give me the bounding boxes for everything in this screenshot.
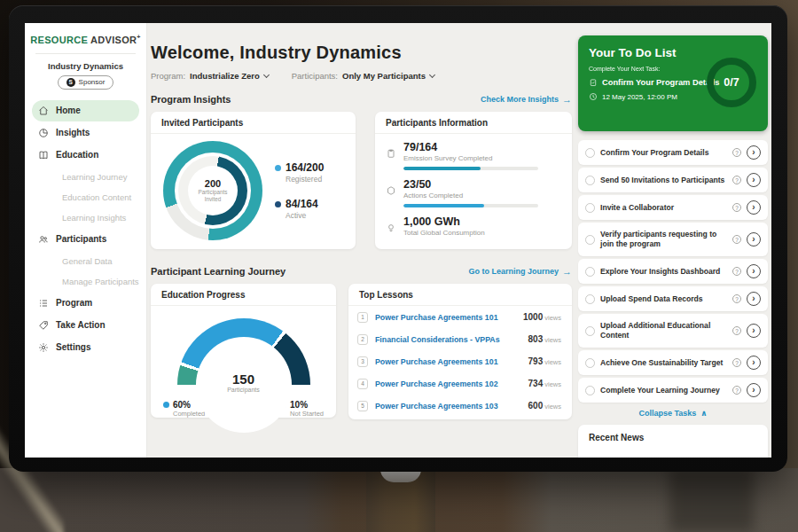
lesson-row[interactable]: 4 Power Purchase Agreements 102 734views xyxy=(348,372,572,395)
task-checkbox[interactable] xyxy=(585,267,595,277)
top-lessons-card: Top Lessons 1 Power Purchase Agreements … xyxy=(348,284,572,419)
legend-item-registered: 164/200 Registered xyxy=(275,161,324,184)
task-row-verify-participants[interactable]: Verify participants requesting to join t… xyxy=(578,223,768,256)
home-icon xyxy=(38,106,49,116)
task-row-upload-spend-data[interactable]: Upload Spend Data Records ? › xyxy=(578,286,768,311)
info-icon[interactable]: ? xyxy=(732,267,741,276)
monitor-bezel: RESOURCE ADVISOR+ Industry Dynamics S Sp… xyxy=(9,5,787,472)
info-icon[interactable]: ? xyxy=(732,148,741,157)
sidebar-item-education-content[interactable]: Education Content xyxy=(32,187,139,207)
progress-bar xyxy=(403,204,538,207)
lesson-link[interactable]: Power Purchase Agreements 101 xyxy=(375,313,521,322)
participants-filter-dropdown[interactable]: Participants: Only My Participants xyxy=(292,71,434,81)
clipboard-check-icon xyxy=(589,78,598,87)
collapse-tasks-link[interactable]: Collapse Tasks ∧ xyxy=(578,409,768,418)
sidebar-item-insights[interactable]: Insights xyxy=(32,122,139,144)
chevron-right-icon[interactable]: › xyxy=(747,145,761,160)
go-to-learning-journey-link[interactable]: Go to Learning Journey → xyxy=(468,266,572,277)
lesson-link[interactable]: Power Purchase Agreements 102 xyxy=(375,379,527,388)
lesson-row[interactable]: 5 Power Purchase Agreements 103 600views xyxy=(348,395,572,417)
chevron-right-icon[interactable]: › xyxy=(747,232,761,246)
chevron-right-icon[interactable]: › xyxy=(747,173,761,187)
task-checkbox[interactable] xyxy=(585,203,595,213)
lesson-link[interactable]: Financial Considerations - VPPAs xyxy=(375,335,527,344)
sponsor-icon: S xyxy=(66,78,75,87)
sidebar-item-label: Participants xyxy=(56,234,106,244)
lesson-link[interactable]: Power Purchase Agreements 103 xyxy=(375,402,527,411)
program-filter-dropdown[interactable]: Program: Industrialize Zero xyxy=(151,71,269,81)
donut-center-label: Invited xyxy=(205,196,222,204)
sidebar-item-settings[interactable]: Settings xyxy=(32,337,139,358)
info-icon[interactable]: ? xyxy=(732,326,741,335)
chevron-right-icon[interactable]: › xyxy=(747,264,761,278)
task-row-complete-learning-journey[interactable]: Complete Your Learning Journey ? › xyxy=(578,378,768,403)
gear-icon xyxy=(38,342,49,353)
sidebar-item-participants[interactable]: Participants xyxy=(32,229,139,250)
app-logo: RESOURCE ADVISOR+ xyxy=(25,34,146,45)
task-row-explore-insights[interactable]: Explore Your Insights Dashboard ? › xyxy=(578,259,768,284)
task-row-invite-collaborator[interactable]: Invite a Collaborator ? › xyxy=(578,195,768,220)
info-icon[interactable]: ? xyxy=(732,176,741,184)
card-title: Education Progress xyxy=(151,284,336,306)
info-icon[interactable]: ? xyxy=(732,294,741,303)
task-checkbox[interactable] xyxy=(585,358,595,368)
task-row-confirm-program[interactable]: Confirm Your Program Details ? › xyxy=(578,140,768,165)
lesson-row[interactable]: 3 Power Purchase Agreements 101 793views xyxy=(348,350,572,372)
hexagon-icon xyxy=(386,185,396,196)
legend-dot xyxy=(275,201,281,207)
divider xyxy=(35,53,136,54)
sponsor-badge: S Sponsor xyxy=(58,75,114,90)
tag-icon xyxy=(38,320,49,331)
chevron-right-icon[interactable]: › xyxy=(747,324,761,338)
info-icon[interactable]: ? xyxy=(732,235,741,244)
filter-bar: Program: Industrialize Zero Participants… xyxy=(151,71,572,81)
chevron-right-icon[interactable]: › xyxy=(747,356,761,370)
page-title: Welcome, Industry Dynamics xyxy=(151,43,572,63)
donut-center-value: 200 xyxy=(205,178,221,189)
sidebar-item-general-data[interactable]: General Data xyxy=(32,251,139,271)
sidebar-item-learning-journey[interactable]: Learning Journey xyxy=(32,167,139,187)
sidebar-item-manage-participants[interactable]: Manage Participants xyxy=(32,271,139,292)
task-row-upload-educational-content[interactable]: Upload Additional Educational Content ? … xyxy=(578,314,768,348)
task-checkbox[interactable] xyxy=(585,386,595,395)
todo-panel: Your To Do List Complete Your Next Task:… xyxy=(578,35,768,458)
task-checkbox[interactable] xyxy=(585,235,595,245)
legend-dot xyxy=(275,165,281,171)
gauge-center-label: Participants xyxy=(177,387,310,393)
lesson-link[interactable]: Power Purchase Agreements 101 xyxy=(375,357,527,366)
chevron-right-icon[interactable]: › xyxy=(747,383,761,397)
chevron-down-icon xyxy=(263,71,270,77)
gauge-center-value: 150 xyxy=(177,372,310,387)
chevron-right-icon[interactable]: › xyxy=(747,200,761,215)
lesson-row[interactable]: 2 Financial Considerations - VPPAs 803vi… xyxy=(348,328,572,350)
task-row-achieve-target[interactable]: Achieve One Sustainability Target ? › xyxy=(578,350,768,375)
sidebar-item-take-action[interactable]: Take Action xyxy=(32,315,139,336)
background-shadow xyxy=(669,468,754,532)
task-checkbox[interactable] xyxy=(585,176,595,185)
check-more-insights-link[interactable]: Check More Insights → xyxy=(481,94,572,105)
task-checkbox[interactable] xyxy=(585,326,595,336)
task-checkbox[interactable] xyxy=(585,294,595,304)
clock-icon xyxy=(589,92,598,101)
clipboard-icon xyxy=(386,148,396,159)
info-icon[interactable]: ? xyxy=(732,203,741,212)
sidebar-item-program[interactable]: Program xyxy=(32,293,139,314)
program-filter-value: Industrialize Zero xyxy=(190,71,260,81)
education-progress-card: Education Progress 150 Participants 60% … xyxy=(151,284,336,418)
chevron-right-icon[interactable]: › xyxy=(747,292,761,306)
todo-due-date: 12 May 2025, 12:00 PM xyxy=(602,93,677,101)
lesson-row[interactable]: 1 Power Purchase Agreements 101 1000view… xyxy=(348,306,572,328)
stat-total-consumption: 1,000 GWh Total Global Consumption xyxy=(386,215,559,237)
sidebar-item-learning-insights[interactable]: Learning Insights xyxy=(32,207,139,228)
task-row-send-invitations[interactable]: Send 50 Invitations to Participants ? › xyxy=(578,168,768,192)
task-checkbox[interactable] xyxy=(585,148,595,158)
sidebar-item-label: Take Action xyxy=(56,320,106,330)
info-icon[interactable]: ? xyxy=(732,386,741,395)
sidebar-item-home[interactable]: Home xyxy=(32,100,139,121)
logo-text-secondary: ADVISOR xyxy=(90,35,137,45)
sidebar-item-education[interactable]: Education xyxy=(32,145,139,166)
arrow-right-icon: → xyxy=(562,94,572,105)
bulb-icon xyxy=(386,223,396,233)
card-title: Participants Information xyxy=(375,112,572,134)
info-icon[interactable]: ? xyxy=(732,358,741,367)
